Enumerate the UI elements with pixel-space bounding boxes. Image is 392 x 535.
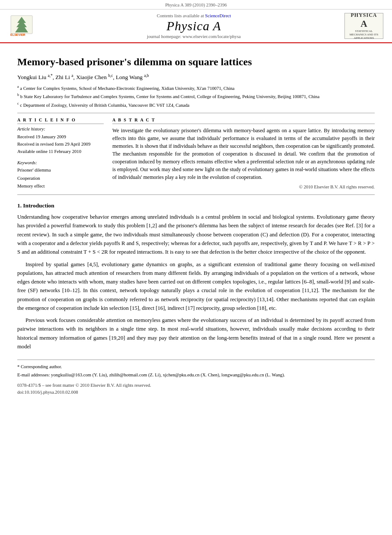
- body-text: 1. Introduction Understanding how cooper…: [17, 201, 375, 351]
- abstract-header: A B S T R A C T: [112, 118, 375, 124]
- main-content: Memory-based prisoner's dilemma on squar…: [0, 43, 392, 406]
- article-info-header: A R T I C L E I N F O: [17, 118, 104, 124]
- article-title: Memory-based prisoner's dilemma on squar…: [17, 55, 375, 69]
- corresponding-note: * Corresponding author.: [17, 363, 375, 370]
- footnote-section: * Corresponding author. E-mail addresses…: [17, 360, 375, 396]
- elsevier-logo-svg: ELSEVIER: [9, 13, 43, 37]
- journal-url: journal homepage: www.elsevier.com/locat…: [48, 34, 340, 39]
- physica-logo-title: PHYSICA: [347, 12, 381, 19]
- history-label: Article history:: [17, 127, 104, 131]
- right-column: A B S T R A C T We investigate the evolu…: [112, 118, 375, 190]
- article-info-abstract: A R T I C L E I N F O Article history: R…: [17, 118, 375, 190]
- revised-date: Received in revised form 29 April 2009: [17, 140, 104, 148]
- left-column: A R T I C L E I N F O Article history: R…: [17, 118, 104, 190]
- svg-text:ELSEVIER: ELSEVIER: [10, 33, 25, 36]
- keyword-1: Prisoner' dilemma: [17, 166, 104, 174]
- homepage-text: journal homepage: www.elsevier.com/locat…: [147, 34, 241, 39]
- keywords-label: Keywords:: [17, 160, 104, 165]
- para-3: Previous work focuses considerable atten…: [17, 316, 375, 351]
- divider-2: [17, 194, 375, 195]
- affiliation-a: a a Center for Complex Systems, School o…: [17, 84, 375, 92]
- affiliations: a a Center for Complex Systems, School o…: [17, 84, 375, 109]
- contents-line: Contents lists available at ScienceDirec…: [48, 13, 340, 18]
- journal-name: Physica A: [48, 19, 340, 33]
- copyright: © 2010 Elsevier B.V. All rights reserved…: [112, 185, 375, 189]
- divider-1: [17, 113, 375, 113]
- doi-text: doi:10.1016/j.physa.2010.02.008: [17, 390, 78, 395]
- elsevier-logo: ELSEVIER: [9, 13, 43, 39]
- keywords-section: Keywords: Prisoner' dilemma Cooperation …: [17, 160, 104, 190]
- citation-text: Physica A 389 (2010) 2390–2396: [165, 3, 227, 7]
- received-date: Received 19 January 2009: [17, 133, 104, 140]
- affiliation-c: c c Department of Zoology, University of…: [17, 101, 375, 109]
- affiliation-b: b b State Key Laboratory for Turbulence …: [17, 92, 375, 100]
- journal-center: Contents lists available at ScienceDirec…: [48, 13, 340, 39]
- journal-header: ELSEVIER Contents lists available at Sci…: [0, 10, 392, 43]
- journal-citation: Physica A 389 (2010) 2390–2396: [0, 0, 392, 10]
- issn-text: 0378-4371/$ – see front matter © 2010 El…: [17, 383, 151, 388]
- available-date: Available online 11 February 2010: [17, 148, 104, 155]
- page: Physica A 389 (2010) 2390–2396 ELSEVIER …: [0, 0, 392, 406]
- physica-logo-box: PHYSICA A STATISTICAL MECHANICS AND ITS …: [344, 13, 383, 39]
- abstract-text: We investigate the evolutionary prisoner…: [112, 127, 375, 181]
- para-2: Inspired by spatial games [4,5], evoluti…: [17, 260, 375, 313]
- physica-logo-a: A: [347, 19, 381, 29]
- sciencedirect-link[interactable]: ScienceDirect: [205, 13, 231, 18]
- para-1: Understanding how cooperative behavior e…: [17, 213, 375, 256]
- authors: Yongkui Liu a,*, Zhi Li a, Xiaojie Chen …: [17, 73, 375, 80]
- email-note: E-mail addresses: yongkuiliu@163.com (Y.…: [17, 372, 375, 379]
- intro-title: 1. Introduction: [17, 201, 375, 210]
- keywords-list: Prisoner' dilemma Cooperation Memory eff…: [17, 166, 104, 190]
- dates: Received 19 January 2009 Received in rev…: [17, 133, 104, 155]
- authors-text: Yongkui Liu a,*, Zhi Li a, Xiaojie Chen …: [17, 74, 149, 80]
- keyword-2: Cooperation: [17, 175, 104, 182]
- keyword-3: Memory effect: [17, 182, 104, 190]
- issn-line: 0378-4371/$ – see front matter © 2010 El…: [17, 382, 375, 396]
- physica-logo-detail: STATISTICAL MECHANICS AND ITS APPLICATIO…: [347, 29, 381, 40]
